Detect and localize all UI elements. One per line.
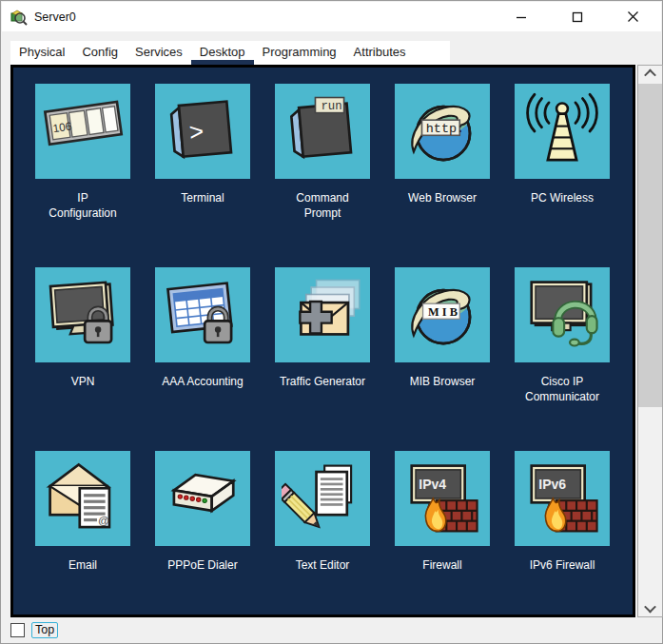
app-label: IP Configuration xyxy=(19,190,146,221)
ipv6-firewall-icon: IPv6 xyxy=(521,458,603,539)
app-text-editor[interactable]: Text Editor xyxy=(275,451,370,617)
app-label: Terminal xyxy=(139,190,266,205)
app-traffic-generator[interactable]: Traffic Generator xyxy=(275,267,370,451)
vertical-scrollbar[interactable] xyxy=(637,65,663,617)
close-icon xyxy=(627,10,639,23)
titlebar: Server0 xyxy=(2,2,661,31)
app-terminal[interactable]: > Terminal xyxy=(155,84,250,267)
app-label: IPv6 Firewall xyxy=(498,557,626,573)
traffic-generator-icon xyxy=(282,274,363,356)
app-label: Text Editor xyxy=(259,557,386,573)
svg-text:106: 106 xyxy=(52,119,73,135)
pppoe-dialer-icon xyxy=(162,458,244,539)
app-label: Web Browser xyxy=(379,190,506,205)
scroll-down-button[interactable] xyxy=(638,600,662,616)
svg-text:@: @ xyxy=(98,514,109,527)
command-prompt-icon: run xyxy=(282,90,363,172)
app-firewall[interactable]: IPv4 Firewall xyxy=(395,451,490,617)
close-button[interactable] xyxy=(605,2,661,31)
mib-browser-icon: MIB xyxy=(401,274,483,356)
svg-text:http:: http: xyxy=(426,122,464,136)
terminal-icon: > xyxy=(162,90,244,172)
app-label: Traffic Generator xyxy=(259,374,386,389)
tab-services[interactable]: Services xyxy=(127,41,191,65)
app-command-prompt[interactable]: run Command Prompt xyxy=(275,84,370,267)
svg-text:IPv4: IPv4 xyxy=(419,477,446,492)
server-window: Server0 Physical Config Serv xyxy=(0,0,663,644)
app-label: Firewall xyxy=(379,557,506,573)
app-label: Command Prompt xyxy=(259,190,386,221)
maximize-button[interactable] xyxy=(549,2,605,31)
aaa-accounting-icon xyxy=(162,274,244,356)
scroll-up-button[interactable] xyxy=(638,66,662,82)
app-email[interactable]: @ Email xyxy=(35,451,130,617)
app-label: AAA Accounting xyxy=(139,374,266,389)
app-web-browser[interactable]: http: Web Browser xyxy=(395,84,490,267)
firewall-icon: IPv4 xyxy=(401,458,483,539)
email-icon: @ xyxy=(42,458,124,539)
app-label: PC Wireless xyxy=(498,190,626,205)
tab-config[interactable]: Config xyxy=(73,41,127,65)
scrollbar-thumb[interactable] xyxy=(638,84,662,407)
maximize-icon xyxy=(572,11,583,23)
app-label: PPPoE Dialer xyxy=(139,557,266,573)
app-label: Cisco IP Communicator xyxy=(498,374,626,404)
footer: Top xyxy=(10,622,58,638)
svg-text:run: run xyxy=(321,100,341,113)
pc-wireless-icon xyxy=(521,90,603,172)
vpn-icon xyxy=(42,274,124,356)
desktop-panel: 106 IP Configuration > xyxy=(10,65,635,617)
app-aaa-accounting[interactable]: AAA Accounting xyxy=(155,267,250,451)
app-grid: 106 IP Configuration > xyxy=(35,84,633,617)
app-pppoe-dialer[interactable]: PPPoE Dialer xyxy=(155,451,250,617)
tab-programming[interactable]: Programming xyxy=(254,41,345,65)
app-label: Email xyxy=(19,557,146,573)
svg-text:>: > xyxy=(188,118,205,146)
cisco-ip-communicator-icon xyxy=(521,274,603,356)
packet-tracer-icon xyxy=(10,9,28,26)
minimize-icon xyxy=(516,11,527,23)
app-ip-configuration[interactable]: 106 IP Configuration xyxy=(35,84,130,267)
chevron-down-icon xyxy=(644,601,656,614)
minimize-button[interactable] xyxy=(493,2,549,31)
ip-configuration-icon: 106 xyxy=(42,90,124,172)
chevron-up-icon xyxy=(644,69,656,82)
tab-desktop[interactable]: Desktop xyxy=(191,41,254,65)
tab-bar: Physical Config Services Desktop Program… xyxy=(10,41,450,65)
app-mib-browser[interactable]: MIB MIB Browser xyxy=(395,267,490,451)
app-ipv6-firewall[interactable]: IPv6 IPv6 Firewall xyxy=(515,451,610,617)
top-checkbox-label[interactable]: Top xyxy=(31,622,58,638)
svg-text:MIB: MIB xyxy=(428,305,460,319)
svg-text:IPv6: IPv6 xyxy=(538,477,566,492)
app-label: MIB Browser xyxy=(379,374,506,389)
app-pc-wireless[interactable]: PC Wireless xyxy=(515,84,610,267)
top-checkbox[interactable] xyxy=(10,623,25,637)
window-controls xyxy=(493,2,661,31)
tab-attributes[interactable]: Attributes xyxy=(345,41,415,65)
text-editor-icon xyxy=(282,458,363,539)
app-vpn[interactable]: VPN xyxy=(35,267,130,451)
window-title: Server0 xyxy=(34,10,76,24)
app-cisco-ip-communicator[interactable]: Cisco IP Communicator xyxy=(515,267,610,451)
app-label: VPN xyxy=(19,374,146,389)
tab-physical[interactable]: Physical xyxy=(10,41,73,65)
web-browser-icon: http: xyxy=(401,90,483,172)
